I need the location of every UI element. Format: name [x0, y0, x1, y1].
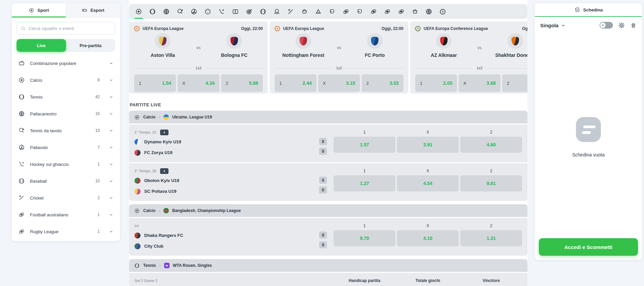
- clear-betslip-button[interactable]: [630, 22, 637, 29]
- login-and-bet-button[interactable]: Accedi e Scommetti: [539, 238, 638, 256]
- league-name: UEFA Europa League: [283, 26, 324, 31]
- odd-button-1[interactable]: 11.54: [134, 74, 176, 92]
- sportbar-pallacanestro-icon[interactable]: [159, 4, 173, 19]
- odd-button[interactable]: 4.10: [397, 230, 459, 246]
- sidebar-item-tennis-da-tavolo[interactable]: Tennis da tavolo13: [12, 122, 120, 139]
- odd-button-x[interactable]: X3.68: [459, 74, 500, 92]
- live-match-row[interactable]: Set 2 Game 2Handicap partitaTotale gioch…: [129, 273, 527, 286]
- sidebar-item-label: Hockey sul ghiaccio: [30, 162, 92, 167]
- odd-button-1[interactable]: 12.44: [275, 74, 316, 92]
- team-line: Dhaka Rangers FC: [134, 230, 334, 240]
- odd-button-2[interactable]: 25.68: [221, 74, 263, 92]
- sportbar-cesto-icon[interactable]: [408, 4, 422, 19]
- bet-type-dropdown[interactable]: Singola: [540, 23, 594, 28]
- sportbar-hockey-su-ghiaccio-icon[interactable]: [215, 4, 228, 19]
- odd-button-1[interactable]: 12.05: [415, 74, 457, 92]
- sportbar-calcio-icon[interactable]: [132, 4, 146, 19]
- sportbar-rugby-league-icon[interactable]: [380, 4, 394, 19]
- odd-button[interactable]: 9.70: [334, 230, 395, 246]
- team-name: City Club: [144, 244, 163, 249]
- league-header[interactable]: Tennis-WWTA Rouen. Singles: [129, 259, 527, 272]
- live-match-row[interactable]: IntDhaka Rangers FCCity Club001X29.704.1…: [129, 218, 527, 256]
- sportbar-pallavolo-icon[interactable]: [187, 4, 201, 19]
- sportbar-rugby-icon[interactable]: [339, 4, 353, 19]
- odd-button[interactable]: 1.57: [334, 137, 395, 153]
- market-header: 2: [460, 169, 522, 173]
- market-header: X: [397, 130, 459, 135]
- odd-button-2[interactable]: 2: [502, 74, 527, 92]
- sidebar-item-label: Pallacanestro: [30, 111, 90, 116]
- sidebar-item-cricket[interactable]: Cricket2: [12, 189, 120, 206]
- team-score: 0: [319, 241, 327, 248]
- betslip-controls: Singola: [535, 17, 642, 34]
- odd-button-x[interactable]: X3.15: [318, 74, 360, 92]
- baseball-icon: [18, 178, 25, 184]
- sportbar-tennis-da-tavolo-icon[interactable]: [173, 4, 187, 19]
- event-count: 10: [95, 179, 100, 183]
- sportbar-basket-3x3-icon[interactable]: [422, 4, 436, 19]
- sportbar-pallanuoto-icon[interactable]: [270, 4, 284, 19]
- team-score: 0: [319, 138, 327, 145]
- team-line: FC Zorya U19: [134, 148, 334, 157]
- team-score: 0: [319, 231, 327, 239]
- team-name: Dhaka Rangers FC: [144, 233, 183, 238]
- sportbar-futsal-icon[interactable]: [228, 4, 242, 19]
- betslip-panel: Schedina Singola Schedina vuota Accedi e…: [535, 3, 642, 260]
- stream-play-button[interactable]: [160, 130, 168, 135]
- filter-live[interactable]: Live: [17, 39, 66, 52]
- team-score: 0: [319, 186, 327, 193]
- event-count: 1: [97, 162, 100, 167]
- odd-button[interactable]: 4.54: [397, 175, 459, 191]
- tab-esport[interactable]: Esport: [66, 3, 120, 17]
- odd-button-2[interactable]: 23.03: [362, 74, 403, 92]
- odd-value: 3.03: [390, 80, 399, 86]
- sidebar-item-baseball[interactable]: Baseball10: [12, 173, 120, 189]
- sportbar-cricket-icon[interactable]: [284, 4, 298, 19]
- sportbar-pugilato-icon[interactable]: [325, 4, 339, 19]
- sidebar-item-football-australiano[interactable]: Football australiano1: [12, 206, 120, 223]
- odd-value: 2.05: [443, 80, 452, 86]
- chevron-down-icon: [109, 179, 114, 183]
- sportbar-tennis-icon[interactable]: [146, 4, 159, 19]
- sidebar-item-hockey-sul-ghiaccio[interactable]: Hockey sul ghiaccio1: [12, 156, 120, 173]
- sportbar-football-americano-icon[interactable]: [367, 4, 380, 19]
- sportbar-sport-speciali-icon[interactable]: S: [436, 4, 450, 19]
- odd-button-x[interactable]: X4.34: [178, 74, 219, 92]
- odd-button[interactable]: 4.60: [460, 137, 522, 153]
- odd-value: 1.54: [162, 80, 171, 86]
- odd-button[interactable]: 1.31: [460, 230, 522, 246]
- odd-button[interactable]: 3.91: [397, 137, 459, 153]
- sidebar-item-pallacanestro[interactable]: Pallacanestro15: [12, 105, 120, 122]
- odd-button[interactable]: 1.27: [334, 175, 395, 191]
- league-header[interactable]: Calcio-Bangladesh. Championship League: [129, 204, 527, 217]
- sportbar-pallamano-icon[interactable]: [201, 4, 215, 19]
- live-match-row[interactable]: 1° Tempo, 28Obolon Kyiv U19SC Poltava U1…: [129, 163, 527, 201]
- sidebar-item-label: Tennis da tavolo: [30, 128, 90, 133]
- tab-sport[interactable]: Sport: [12, 3, 66, 17]
- sidebar-item-pallavolo[interactable]: Pallavolo7: [12, 139, 120, 156]
- sidebar-item-calcio[interactable]: Calcio8: [12, 72, 120, 88]
- calcio-icon: [134, 208, 140, 214]
- market-header: 1: [334, 130, 395, 135]
- sidebar-item-tennis[interactable]: Tennis42: [12, 88, 120, 105]
- search-input[interactable]: [29, 26, 111, 31]
- sportbar-football-australiano-icon[interactable]: [394, 4, 408, 19]
- stream-play-button[interactable]: [160, 168, 168, 174]
- sportbar-freccette-icon[interactable]: [242, 4, 256, 19]
- quick-bet-toggle[interactable]: [600, 22, 613, 29]
- sidebar-item-rugby-league[interactable]: Rugby League1: [12, 223, 120, 240]
- odd-button[interactable]: 9.81: [460, 175, 522, 191]
- sportbar-netball-icon[interactable]: [298, 4, 311, 19]
- sidebar-item-combinazione-popolare[interactable]: Combinazione popolare: [12, 55, 120, 72]
- sportbar-mma-icon[interactable]: [353, 4, 367, 19]
- odd-label: X: [323, 81, 326, 86]
- featured-matches: UEFA Europa LeagueOggi, 22:00Aston Villa…: [129, 22, 527, 94]
- filter-pre-partita[interactable]: Pre-partita: [66, 39, 116, 52]
- sportbar-biliardo-icon[interactable]: [311, 4, 325, 19]
- settings-button[interactable]: [618, 22, 625, 29]
- live-match-row[interactable]: 1° Tempo, 22Dynamo Kyiv U19FC Zorya U190…: [129, 124, 527, 162]
- league-header[interactable]: Calcio-Ukraine. League U19: [129, 111, 527, 123]
- away-crest-icon: [226, 33, 242, 49]
- odd-value: 2.44: [303, 80, 312, 86]
- sportbar-baseball-icon[interactable]: [256, 4, 270, 19]
